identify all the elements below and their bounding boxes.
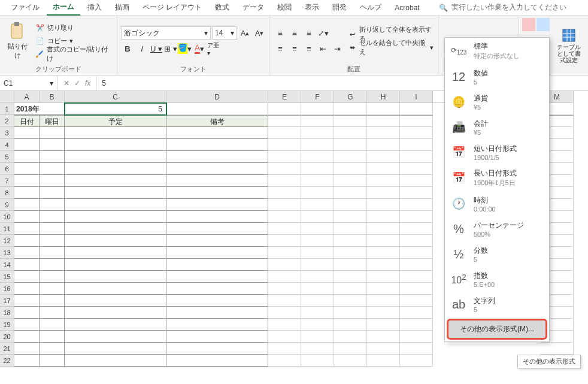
cell[interactable] — [334, 343, 367, 355]
cell[interactable] — [268, 115, 301, 127]
cell[interactable] — [367, 295, 400, 307]
col-header-F[interactable]: F — [301, 91, 334, 103]
row-header-7[interactable]: 7 — [0, 175, 14, 187]
cell[interactable] — [334, 163, 367, 175]
cell[interactable] — [65, 283, 166, 295]
format-item-文字列[interactable]: ab文字列5 — [445, 292, 549, 317]
cell[interactable] — [268, 151, 301, 163]
cell[interactable] — [268, 211, 301, 223]
row-header-11[interactable]: 11 — [0, 223, 14, 235]
row-header-3[interactable]: 3 — [0, 127, 14, 139]
cell[interactable] — [301, 115, 334, 127]
cell[interactable] — [334, 103, 367, 115]
tab-home[interactable]: ホーム — [47, 0, 80, 16]
row-header-13[interactable]: 13 — [0, 247, 14, 259]
align-middle-icon[interactable]: ≡ — [288, 26, 301, 40]
cell[interactable] — [301, 259, 334, 271]
cell[interactable] — [301, 295, 334, 307]
cell[interactable] — [65, 355, 166, 367]
col-header-G[interactable]: G — [334, 91, 367, 103]
cell[interactable] — [14, 187, 40, 199]
cell[interactable] — [301, 175, 334, 187]
cell[interactable] — [268, 103, 301, 115]
cell[interactable] — [367, 115, 400, 127]
col-header-B[interactable]: B — [40, 91, 65, 103]
row-header-4[interactable]: 4 — [0, 139, 14, 151]
cell[interactable] — [334, 175, 367, 187]
cell[interactable] — [301, 163, 334, 175]
col-header-E[interactable]: E — [268, 91, 301, 103]
cell[interactable] — [367, 259, 400, 271]
cell[interactable] — [334, 211, 367, 223]
cell[interactable] — [166, 175, 268, 187]
cell[interactable] — [166, 127, 268, 139]
row-header-9[interactable]: 9 — [0, 199, 14, 211]
fill-color-button[interactable]: 🪣▾ — [178, 42, 192, 55]
cell[interactable] — [367, 151, 400, 163]
cell[interactable] — [334, 295, 367, 307]
cell[interactable] — [40, 139, 65, 151]
cell[interactable] — [65, 343, 166, 355]
tell-me-search[interactable]: 🔍 実行したい作業を入力してください — [439, 2, 566, 13]
cell[interactable] — [268, 235, 301, 247]
cell[interactable] — [14, 163, 40, 175]
tab-file[interactable]: ファイル — [5, 0, 46, 15]
format-item-標準[interactable]: ⟳123標準特定の形式なし — [445, 38, 549, 64]
tab-data[interactable]: データ — [237, 0, 270, 15]
cell[interactable] — [301, 307, 334, 319]
cell-C1-selected[interactable]: 5 — [65, 103, 166, 115]
cell[interactable] — [400, 223, 433, 235]
cell[interactable] — [367, 283, 400, 295]
cell[interactable] — [14, 331, 40, 343]
cut-button[interactable]: ✂️ 切り取り — [34, 21, 113, 34]
cell[interactable] — [14, 307, 40, 319]
tab-review[interactable]: 校閲 — [271, 0, 298, 15]
cell[interactable] — [400, 151, 433, 163]
format-item-通貨[interactable]: 🪙通貨¥5 — [445, 89, 549, 114]
enter-icon[interactable]: ✓ — [74, 79, 80, 87]
cell[interactable] — [268, 295, 301, 307]
cell[interactable] — [334, 331, 367, 343]
cell[interactable] — [268, 331, 301, 343]
row-header-5[interactable]: 5 — [0, 151, 14, 163]
cell[interactable] — [268, 319, 301, 331]
cell[interactable] — [400, 307, 433, 319]
col-header-H[interactable]: H — [367, 91, 400, 103]
cell[interactable] — [400, 115, 433, 127]
cell[interactable] — [40, 319, 65, 331]
cell[interactable] — [14, 223, 40, 235]
cell[interactable] — [40, 211, 65, 223]
cell[interactable] — [166, 271, 268, 283]
name-box[interactable]: C1 ▾ — [0, 75, 57, 90]
format-item-指数[interactable]: 102指数5.E+00 — [445, 267, 549, 292]
cell[interactable] — [166, 235, 268, 247]
cell[interactable] — [301, 139, 334, 151]
cell[interactable] — [334, 307, 367, 319]
cell[interactable] — [367, 343, 400, 355]
cell[interactable] — [367, 247, 400, 259]
cell[interactable] — [166, 139, 268, 151]
cell[interactable] — [166, 259, 268, 271]
increase-indent-icon[interactable]: ⇥ — [331, 42, 344, 55]
align-right-icon[interactable]: ≡ — [302, 42, 316, 55]
cell[interactable] — [40, 283, 65, 295]
cell[interactable] — [65, 151, 166, 163]
cell[interactable] — [301, 127, 334, 139]
cell[interactable] — [400, 103, 433, 115]
format-item-長い日付形式[interactable]: 📅長い日付形式1900年1月5日 — [445, 165, 549, 191]
cell[interactable] — [400, 175, 433, 187]
cell[interactable] — [268, 187, 301, 199]
cell[interactable] — [14, 175, 40, 187]
col-header-C[interactable]: C — [65, 91, 166, 103]
cell[interactable] — [400, 211, 433, 223]
cell[interactable] — [40, 175, 65, 187]
cell-B2[interactable]: 曜日 — [40, 115, 65, 127]
cell[interactable] — [166, 331, 268, 343]
cell[interactable] — [334, 199, 367, 211]
row-header-16[interactable]: 16 — [0, 283, 14, 295]
cell[interactable] — [268, 271, 301, 283]
cell[interactable] — [268, 223, 301, 235]
cell[interactable] — [40, 295, 65, 307]
cell[interactable] — [166, 343, 268, 355]
cell[interactable] — [268, 259, 301, 271]
